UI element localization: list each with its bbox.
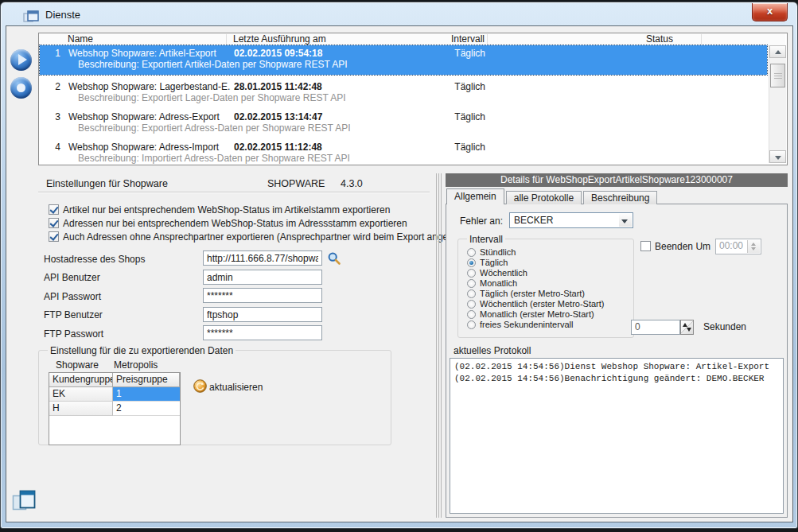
arrow-up-icon (775, 50, 781, 54)
table-row[interactable]: 4 Webshop Shopware: Adress-Import 02.02.… (40, 139, 767, 169)
field-label-api-password: API Passwort (44, 291, 101, 302)
arrow-down-icon (751, 247, 756, 250)
scroll-down-button[interactable] (769, 150, 786, 163)
scrollbar-thumb[interactable] (770, 64, 785, 87)
protokoll-textarea[interactable]: (02.02.2015 14:54:56)Dienst Webshop Shop… (450, 358, 784, 514)
checkbox-artikel-webshop-status[interactable] (49, 204, 59, 215)
interval: Täglich (361, 142, 485, 153)
header-separator (487, 34, 488, 45)
export-group-title: Einstellung für die zu exportierenden Da… (48, 345, 236, 356)
grip-icon (774, 73, 782, 79)
check-icon (49, 231, 58, 241)
grid-header-kundengruppe[interactable]: Kundengruppe (49, 373, 113, 387)
chevron-down-icon (621, 219, 628, 223)
radio-label: Wöchentlich (480, 268, 527, 278)
fehler-an-value: BECKER (514, 215, 553, 226)
settings-title: Einstellungen für Shopware (46, 178, 168, 189)
fehler-an-dropdown[interactable]: BECKER (509, 212, 633, 228)
stop-service-button[interactable] (10, 77, 32, 99)
stop-icon (17, 83, 25, 92)
log-line: (02.02.2015 14:54:56)Benachrichtigung ge… (454, 373, 779, 385)
check-icon (49, 218, 58, 227)
grid-cell[interactable]: EK (49, 387, 113, 402)
column-header-interval: Intervall (360, 33, 485, 45)
row-number: 1 (40, 48, 60, 59)
tab-beschreibung[interactable]: Beschreibung (583, 191, 657, 204)
play-icon (18, 54, 27, 65)
header-separator (701, 34, 702, 45)
tab-allgemein[interactable]: Allgemein (446, 188, 504, 204)
arrow-up-icon (683, 323, 687, 327)
radio-taeglich[interactable] (467, 258, 476, 267)
api-password-input[interactable] (203, 288, 322, 303)
cascade-windows-icon[interactable] (11, 487, 38, 518)
radio-monatlich[interactable] (467, 279, 476, 288)
radio-label: Täglich (erster Metro-Start) (480, 289, 585, 298)
last-run: 02.02.2015 09:54:18 (234, 48, 322, 59)
refresh-icon[interactable] (193, 379, 207, 393)
details-header: Details für WebShopExportArtikelShopware… (446, 173, 788, 187)
fehler-an-label: Fehler an: (460, 216, 503, 227)
ftp-user-input[interactable] (203, 307, 322, 322)
tab-alle-protokolle[interactable]: alle Protokolle (506, 191, 582, 204)
api-user-input[interactable] (203, 270, 322, 285)
radio-stuendlich[interactable] (467, 248, 476, 257)
service-description: Beschreibung: Exportiert Artikel-Daten p… (78, 59, 348, 70)
field-label-host: Hostadresse des Shops (44, 254, 145, 265)
last-run: 28.01.2015 11:42:48 (234, 81, 322, 92)
interval: Täglich (361, 111, 485, 122)
start-service-button[interactable] (10, 49, 32, 71)
table-row[interactable]: 1 Webshop Shopware: Artikel-Export 02.02… (40, 45, 767, 75)
radio-woechentlich[interactable] (467, 269, 476, 278)
details-tabs: Allgemein alle Protokolle Beschreibung (446, 188, 659, 204)
time-spinner[interactable] (747, 240, 760, 253)
grid-col-label-shopware: Shopware (56, 359, 99, 371)
radio-monatlich-metro[interactable] (467, 310, 476, 319)
grid-cell[interactable]: 2 (113, 402, 180, 416)
beenden-um-time-field[interactable]: 00:00 (715, 239, 761, 254)
arrow-up-icon (751, 243, 756, 246)
intervall-group-title: Intervall (467, 234, 505, 245)
checkbox-label: Auch Adressen ohne Ansprechpartner expor… (63, 231, 467, 243)
version-label: 4.3.0 (341, 178, 363, 189)
sekunden-input[interactable]: 0 (631, 320, 680, 335)
beenden-um-checkbox[interactable] (640, 241, 651, 251)
sekunden-spinner[interactable] (680, 320, 694, 335)
column-header-name: Name (68, 33, 93, 45)
table-scrollbar[interactable] (769, 45, 786, 163)
screen: Dienste x Name Letzte Ausführung am Inte… (0, 0, 798, 532)
checkbox-adressen-webshop-status[interactable] (49, 218, 59, 228)
dropdown-button[interactable] (619, 214, 632, 227)
table-row[interactable]: 2 Webshop Shopware: Lagerbestand-E... 28… (40, 79, 767, 108)
separator-line (38, 192, 430, 193)
title-bar[interactable]: Dienste x (0, 2, 798, 25)
service-name: Webshop Shopware: Adress-Export (68, 111, 231, 122)
close-button[interactable]: x (752, 3, 788, 21)
ftp-password-input[interactable] (203, 325, 322, 340)
grid-col-label-metropolis: Metropolis (114, 359, 158, 371)
grid-cell-selected[interactable]: 1 (113, 387, 180, 402)
refresh-button[interactable]: aktualisieren (209, 382, 263, 393)
scroll-up-button[interactable] (769, 45, 786, 58)
time-value: 00:00 (719, 240, 743, 251)
search-icon[interactable] (327, 251, 341, 266)
radio-woechentlich-metro[interactable] (467, 300, 476, 309)
sekunden-value: 0 (635, 321, 640, 332)
field-label-ftp-password: FTP Passwort (44, 328, 103, 340)
field-label-ftp-user: FTP Benutzer (44, 309, 103, 320)
interval: Täglich (361, 81, 485, 92)
radio-taeglich-metro[interactable] (467, 289, 476, 298)
window-title: Dienste (45, 9, 80, 21)
grid-cell[interactable]: H (49, 402, 113, 416)
table-row[interactable]: 3 Webshop Shopware: Adress-Export 02.02.… (40, 109, 767, 138)
radio-label: Wöchentlich (erster Metro-Start) (480, 299, 604, 309)
host-address-input[interactable] (203, 250, 322, 266)
panel-splitter[interactable] (436, 173, 442, 518)
service-description: Beschreibung: Importiert Adress-Daten pe… (78, 153, 350, 164)
checkbox-label: Adressen nur bei entsprechendem WebShop-… (63, 218, 407, 229)
radio-label: Täglich (480, 258, 508, 267)
checkbox-adressen-ohne-ansprechpartner[interactable] (49, 231, 59, 242)
radio-label: Monatlich (erster Metro-Start) (480, 309, 594, 319)
radio-freies-sekundenintervall[interactable] (467, 320, 476, 329)
grid-header-preisgruppe[interactable]: Preisgruppe (113, 373, 180, 387)
